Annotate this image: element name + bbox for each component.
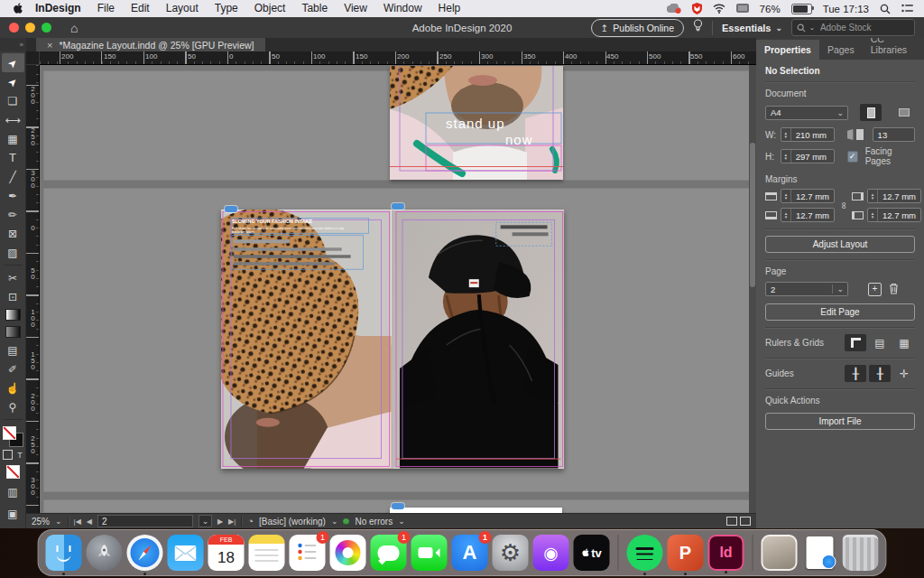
- dock-appletv-icon[interactable]: tv: [574, 535, 610, 571]
- close-tab-icon[interactable]: ×: [47, 40, 52, 51]
- facing-pages-checkbox[interactable]: ✓: [847, 151, 858, 163]
- home-icon[interactable]: ⌂: [70, 21, 78, 35]
- formatting-affects-container-button[interactable]: [3, 450, 13, 460]
- page-size-select[interactable]: A4 ⌄: [765, 106, 848, 120]
- ruler-origin-corner[interactable]: [26, 51, 40, 65]
- dock-downloads-icon[interactable]: [802, 535, 838, 571]
- toolbar-collapse-button[interactable]: »: [0, 38, 26, 51]
- pencil-tool[interactable]: ✏: [2, 205, 24, 224]
- first-page-button[interactable]: |◀: [74, 517, 81, 526]
- dock-spotify-icon[interactable]: [627, 535, 663, 571]
- margin-bottom-field[interactable]: ▴▾ 12.7 mm: [781, 208, 835, 222]
- margin-outside-field[interactable]: ▴▾ 12.7 mm: [867, 189, 921, 203]
- preflight-icon[interactable]: ◔: [247, 516, 254, 527]
- dock-settings-icon[interactable]: ⚙: [493, 535, 529, 571]
- smart-guides-button[interactable]: ✛: [893, 365, 915, 382]
- adjust-layout-button[interactable]: Adjust Layout: [765, 236, 915, 253]
- show-guides-button[interactable]: ╂: [845, 365, 866, 382]
- height-field[interactable]: ▴▾ 297 mm: [781, 149, 835, 163]
- chevron-down-icon[interactable]: ⌄: [331, 517, 338, 526]
- current-spread[interactable]: SLOWING YOUR FASHION INTAKE Ruth shows h…: [221, 210, 564, 469]
- menu-file[interactable]: File: [89, 0, 123, 17]
- adobe-stock-search[interactable]: ⌄: [791, 19, 915, 36]
- menubar-clock[interactable]: Tue 17:13: [823, 4, 869, 14]
- gap-tool[interactable]: ⟷: [2, 110, 24, 129]
- orientation-landscape-button[interactable]: [893, 104, 915, 121]
- page-number-field[interactable]: 2: [97, 515, 193, 527]
- content-collector-tool[interactable]: ▦: [2, 129, 24, 148]
- menu-window[interactable]: Window: [375, 0, 430, 17]
- battery-icon[interactable]: [791, 4, 812, 14]
- last-page-button[interactable]: ▶|: [228, 517, 236, 526]
- dock-trash-icon[interactable]: [843, 535, 879, 571]
- vertical-scrollbar[interactable]: [749, 65, 756, 513]
- spotlight-search-icon[interactable]: [880, 4, 891, 14]
- gradient-swatch-tool[interactable]: [5, 309, 21, 321]
- dock-reminders-icon[interactable]: 1: [290, 535, 326, 571]
- workspace-switcher[interactable]: Essentials⌄: [722, 23, 782, 33]
- notification-center-icon[interactable]: [901, 4, 913, 14]
- direct-selection-tool[interactable]: ➤: [2, 72, 24, 91]
- creative-cloud-status-icon[interactable]: [667, 4, 681, 14]
- rectangle-tool[interactable]: ▨: [2, 243, 24, 262]
- fill-stroke-swatches[interactable]: [3, 426, 23, 446]
- delete-page-button[interactable]: [889, 283, 899, 296]
- page-select-dropdown[interactable]: ⌄: [199, 515, 212, 527]
- menu-object[interactable]: Object: [246, 0, 294, 17]
- wifi-icon[interactable]: [713, 4, 725, 14]
- vertical-ruler[interactable]: 200 250 300 0 50 100 150 200 250 300: [26, 65, 40, 513]
- note-tool[interactable]: ▤: [2, 340, 24, 359]
- free-transform-tool[interactable]: ⊡: [2, 287, 24, 306]
- dock-powerpoint-icon[interactable]: P: [668, 535, 704, 571]
- display-mirroring-icon[interactable]: [736, 4, 749, 14]
- antivirus-shield-icon[interactable]: [692, 3, 702, 14]
- zoom-tool[interactable]: ⚲: [2, 397, 24, 416]
- pen-tool[interactable]: ✒: [2, 186, 24, 205]
- window-close-button[interactable]: [9, 23, 19, 33]
- page-number-badge[interactable]: [392, 503, 404, 509]
- dock-mail-icon[interactable]: [168, 535, 204, 571]
- type-tool[interactable]: T: [2, 148, 24, 167]
- apply-color-button[interactable]: [6, 465, 20, 479]
- view-options-button[interactable]: ▥: [2, 482, 24, 501]
- tab-pages[interactable]: Pages: [819, 40, 863, 60]
- menu-help[interactable]: Help: [430, 0, 469, 17]
- orientation-portrait-button[interactable]: [860, 104, 882, 121]
- menu-edit[interactable]: Edit: [123, 0, 158, 17]
- dock-notes-icon[interactable]: [249, 535, 285, 571]
- window-zoom-button[interactable]: [42, 23, 51, 33]
- chevron-down-icon[interactable]: ⌄: [398, 517, 405, 526]
- page-number-badge[interactable]: [225, 206, 237, 212]
- dock-indesign-icon[interactable]: Id: [708, 535, 744, 571]
- hand-tool[interactable]: ☝: [2, 378, 24, 397]
- dock-safari-icon[interactable]: [127, 535, 163, 571]
- width-field[interactable]: ▴▾ 210 mm: [781, 127, 835, 142]
- dock-finder-icon[interactable]: [46, 535, 82, 571]
- formatting-affects-text-button[interactable]: T: [17, 451, 23, 460]
- dock-documents-stack-icon[interactable]: [762, 535, 798, 571]
- page-previous-spread[interactable]: stand up now: [390, 66, 563, 180]
- gradient-feather-tool[interactable]: [5, 326, 21, 338]
- screen-mode-button[interactable]: ▣: [2, 504, 24, 523]
- scissors-tool[interactable]: ✂: [2, 268, 24, 287]
- menu-type[interactable]: Type: [207, 0, 246, 17]
- dock-appstore-icon[interactable]: A 1: [452, 535, 488, 571]
- link-margins-icon[interactable]: ∞: [839, 200, 850, 212]
- menu-indesign[interactable]: InDesign: [27, 0, 89, 17]
- document-grid-button[interactable]: ▦: [893, 334, 915, 351]
- publish-online-button[interactable]: ↥ Publish Online: [591, 19, 685, 37]
- page-number-badge[interactable]: [392, 203, 404, 210]
- selection-tool[interactable]: ➤: [2, 53, 24, 72]
- edit-page-button[interactable]: Edit Page: [765, 303, 915, 321]
- import-file-button[interactable]: Import File: [765, 413, 915, 430]
- chevron-down-icon[interactable]: ⌄: [55, 517, 62, 526]
- frame-tool[interactable]: ⊠: [2, 224, 24, 243]
- dock-messages-icon[interactable]: 1: [371, 535, 407, 571]
- errors-status[interactable]: No errors: [355, 517, 393, 527]
- margin-inside-field[interactable]: ▴▾ 12.7 mm: [867, 208, 921, 222]
- pages-count-field[interactable]: 13: [873, 127, 915, 142]
- preflight-profile[interactable]: [Basic] (working): [259, 517, 326, 527]
- dock-podcasts-icon[interactable]: ◉: [533, 535, 569, 571]
- zoom-level[interactable]: 25%: [32, 517, 50, 527]
- dock-launchpad-icon[interactable]: [87, 535, 123, 571]
